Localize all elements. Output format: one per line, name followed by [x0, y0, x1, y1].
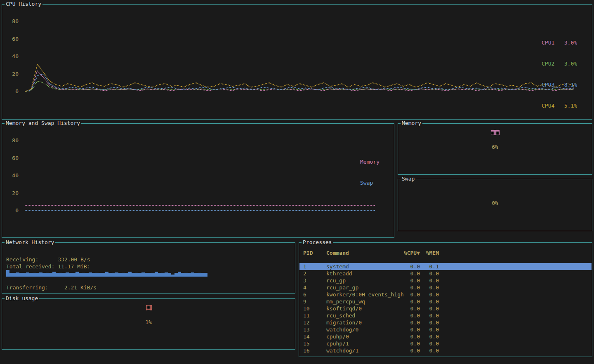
process-cpu: 0.0	[403, 284, 420, 291]
memory-gauge-dots-icon	[491, 130, 500, 135]
process-cpu: 0.0	[403, 347, 420, 354]
process-command: watchdog/0	[326, 326, 403, 333]
process-cpu: 0.0	[403, 305, 420, 312]
processes-header: PID Command %CPU▼ %MEM	[299, 249, 592, 256]
processes-panel: Processes PID Command %CPU▼ %MEM 1 syste…	[299, 242, 592, 357]
memory-swap-chart	[2, 124, 394, 237]
ms-ytick-60: 60	[4, 155, 19, 162]
process-pid: 6	[303, 291, 326, 298]
process-row[interactable]: 14 cpuhp/0 0.0 0.0	[299, 333, 592, 340]
process-command: mm_percpu_wq	[326, 298, 403, 305]
network-sparkline-chart	[6, 270, 207, 277]
cpu3-legend-entry: CPU3 8.1%	[542, 81, 577, 88]
network-total-received-text: Total received: 11.17 MiB:	[6, 263, 90, 270]
process-cpu: 0.0	[403, 333, 420, 340]
system-monitor-screen: CPU History 80 60 40 20 0 CPU1 3.0% CPU2…	[0, 0, 594, 364]
process-row[interactable]: 11 rcu_sched 0.0 0.0	[299, 312, 592, 319]
network-history-title: Network History	[5, 239, 55, 246]
process-command: rcu_par_gp	[326, 284, 403, 291]
disk-usage-title: Disk usage	[5, 295, 39, 302]
process-mem: 0.0	[420, 291, 439, 298]
ms-ytick-40: 40	[4, 172, 19, 179]
process-command: rcu_sched	[326, 312, 403, 319]
disk-usage-percent: 1%	[2, 319, 295, 326]
cpu-ytick-0: 0	[4, 88, 19, 95]
disk-usage-panel: Disk usage 1%	[2, 298, 295, 350]
process-command: migration/0	[326, 319, 403, 326]
ms-ytick-0: 0	[4, 207, 19, 214]
process-cpu: 0.0	[403, 277, 420, 284]
cpu-history-panel: CPU History 80 60 40 20 0 CPU1 3.0% CPU2…	[2, 4, 592, 120]
process-row[interactable]: 16 watchdog/1 0.0 0.0	[299, 347, 592, 354]
process-command: cpuhp/0	[326, 333, 403, 340]
processes-title: Processes	[302, 239, 333, 246]
process-cpu: 0.0	[403, 270, 420, 277]
network-receiving-text: Receiving: 332.00 B/s	[6, 256, 90, 263]
swap-gauge-percent: 0%	[398, 200, 592, 207]
memory-swap-legend: Memory Swap	[360, 144, 380, 200]
process-command: rcu_gp	[326, 277, 403, 284]
process-mem: 0.0	[420, 347, 439, 354]
cpu-legend: CPU1 3.0% CPU2 3.0% CPU3 8.1% CPU4 5.1%	[542, 25, 577, 123]
process-cpu: 0.0	[403, 312, 420, 319]
process-command: watchdog/1	[326, 347, 403, 354]
cpu-ytick-20: 20	[4, 71, 19, 77]
process-row[interactable]: 6 kworker/0:0H-events_high 0.0 0.0	[299, 291, 592, 298]
process-pid: 15	[303, 340, 326, 347]
process-row[interactable]: 13 watchdog/0 0.0 0.0	[299, 326, 592, 333]
ms-ytick-80: 80	[4, 137, 19, 144]
process-command: kthreadd	[326, 270, 403, 277]
processes-list: 1 systemd 0.0 0.1 2 kthreadd 0.0 0.0 3 r…	[299, 263, 592, 354]
process-cpu: 0.0	[403, 291, 420, 298]
process-mem: 0.0	[420, 312, 439, 319]
process-row[interactable]: 9 mm_percpu_wq 0.0 0.0	[299, 298, 592, 305]
network-transferring-text: Transferring: 2.21 KiB/s	[6, 284, 97, 291]
column-header-pid[interactable]: PID	[303, 249, 326, 256]
process-command: systemd	[326, 263, 403, 270]
cpu-ytick-60: 60	[4, 36, 19, 42]
cpu-ytick-80: 80	[4, 18, 19, 25]
process-pid: 3	[303, 277, 326, 284]
process-cpu: 0.0	[403, 340, 420, 347]
memory-gauge-title: Memory	[401, 120, 422, 127]
process-mem: 0.0	[420, 270, 439, 277]
disk-usage-dots-icon	[146, 305, 152, 310]
process-row[interactable]: 12 migration/0 0.0 0.0	[299, 319, 592, 326]
memory-gauge-percent: 6%	[398, 144, 592, 150]
process-command: kworker/0:0H-events_high	[326, 291, 403, 298]
column-header-cpu-sorted[interactable]: %CPU▼	[403, 249, 420, 256]
memory-swap-history-panel: Memory and Swap History 80 60 40 20 0 Me…	[2, 123, 394, 238]
cpu4-legend-entry: CPU4 5.1%	[542, 102, 577, 109]
memory-legend-entry: Memory	[360, 158, 380, 165]
process-row[interactable]: 1 systemd 0.0 0.1	[299, 263, 592, 270]
cpu-ytick-40: 40	[4, 53, 19, 60]
process-pid: 14	[303, 333, 326, 340]
process-mem: 0.0	[420, 319, 439, 326]
process-command: ksoftirqd/0	[326, 305, 403, 312]
cpu1-legend-entry: CPU1 3.0%	[542, 39, 577, 46]
process-pid: 1	[303, 263, 326, 270]
cpu2-legend-entry: CPU2 3.0%	[542, 60, 577, 67]
column-header-command[interactable]: Command	[326, 249, 403, 256]
process-command: cpuhp/1	[326, 340, 403, 347]
swap-legend-entry: Swap	[360, 179, 380, 186]
process-row[interactable]: 4 rcu_par_gp 0.0 0.0	[299, 284, 592, 291]
cpu-history-chart	[2, 5, 592, 119]
process-mem: 0.0	[420, 305, 439, 312]
memory-gauge-panel: Memory 6%	[398, 123, 592, 175]
swap-gauge-panel: Swap 0%	[398, 179, 592, 231]
process-row[interactable]: 3 rcu_gp 0.0 0.0	[299, 277, 592, 284]
process-cpu: 0.0	[403, 319, 420, 326]
network-history-panel: Network History Receiving: 332.00 B/s To…	[2, 242, 295, 294]
process-mem: 0.0	[420, 340, 439, 347]
process-pid: 9	[303, 298, 326, 305]
process-pid: 2	[303, 270, 326, 277]
process-row[interactable]: 10 ksoftirqd/0 0.0 0.0	[299, 305, 592, 312]
process-mem: 0.0	[420, 333, 439, 340]
column-header-mem[interactable]: %MEM	[420, 249, 439, 256]
process-row[interactable]: 2 kthreadd 0.0 0.0	[299, 270, 592, 277]
process-pid: 10	[303, 305, 326, 312]
process-row[interactable]: 15 cpuhp/1 0.0 0.0	[299, 340, 592, 347]
process-cpu: 0.0	[403, 263, 420, 270]
ms-ytick-20: 20	[4, 190, 19, 197]
